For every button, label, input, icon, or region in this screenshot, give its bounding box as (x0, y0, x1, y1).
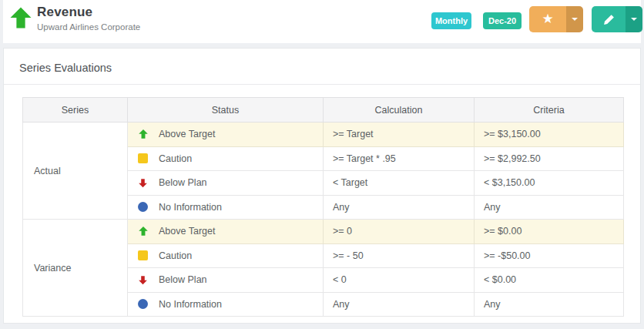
table-row: Actual Above Target >= Target >= $3,150.… (23, 123, 624, 147)
status-label: Caution (159, 153, 192, 164)
calculation-cell: >= - 50 (324, 243, 475, 268)
criteria-cell: >= $2,992.50 (475, 146, 624, 171)
edit-button[interactable] (592, 6, 626, 32)
criteria-cell: Any (475, 195, 624, 220)
frequency-button[interactable]: Monthly (431, 12, 471, 29)
table-header-row: Series Status Calculation Criteria (23, 98, 624, 123)
circle-icon (137, 202, 149, 212)
status-label: No Information (159, 202, 222, 213)
favorite-dropdown-button[interactable] (566, 6, 583, 32)
down-arrow-icon (137, 178, 149, 188)
criteria-cell: Any (475, 292, 624, 317)
favorite-split-button: ★ (529, 6, 583, 32)
status-cell: No Information (128, 292, 324, 317)
calculation-cell: Any (324, 195, 475, 220)
status-cell: Caution (128, 146, 324, 171)
status-cell: Caution (128, 243, 324, 268)
table-wrapper: Series Status Calculation Criteria Actua… (4, 85, 640, 317)
criteria-cell: >= -$50.00 (475, 243, 624, 268)
criteria-cell: >= $0.00 (475, 220, 624, 244)
up-arrow-icon (9, 5, 32, 30)
title-block: Revenue Upward Airlines Corporate (37, 5, 140, 32)
series-cell: Variance (23, 220, 128, 317)
series-evaluations-table: Series Status Calculation Criteria Actua… (22, 97, 624, 317)
calculation-cell: >= Target * .95 (324, 146, 475, 171)
series-cell: Actual (23, 123, 128, 220)
criteria-cell: < $3,150.00 (475, 171, 624, 196)
status-cell: Above Target (128, 123, 324, 147)
calculation-cell: Any (324, 292, 475, 317)
pencil-icon (603, 14, 615, 25)
criteria-cell: >= $3,150.00 (475, 123, 624, 147)
status-cell: No Information (128, 195, 324, 220)
series-evaluations-panel: Series Evaluations Series Status Calcula… (3, 48, 641, 324)
status-cell: Below Plan (128, 268, 324, 293)
status-label: Below Plan (159, 274, 207, 285)
status-label: Above Target (159, 226, 215, 237)
status-label: No Information (159, 299, 222, 310)
page-subtitle: Upward Airlines Corporate (37, 22, 140, 32)
favorite-button[interactable]: ★ (529, 6, 566, 32)
down-arrow-icon (137, 275, 149, 285)
square-icon (137, 153, 149, 163)
status-cell: Below Plan (128, 171, 324, 196)
status-label: Caution (159, 250, 192, 261)
page-header: Revenue Upward Airlines Corporate Monthl… (3, 0, 641, 43)
up-arrow-icon (137, 129, 149, 139)
column-header-series: Series (23, 98, 128, 123)
column-header-calculation: Calculation (324, 98, 475, 123)
page-title: Revenue (37, 5, 140, 20)
chevron-down-icon (631, 18, 637, 21)
calculation-cell: >= Target (324, 123, 475, 147)
edit-dropdown-button[interactable] (626, 6, 642, 32)
screen: Revenue Upward Airlines Corporate Monthl… (0, 0, 644, 329)
panel-title: Series Evaluations (4, 49, 640, 84)
edit-split-button (592, 6, 642, 32)
calculation-cell: < 0 (324, 268, 475, 293)
calculation-cell: >= 0 (324, 220, 475, 244)
calculation-cell: < Target (324, 171, 475, 196)
table-row: Variance Above Target >= 0 >= $0.00 (23, 220, 624, 244)
status-cell: Above Target (128, 220, 324, 244)
criteria-cell: < $0.00 (475, 268, 624, 293)
up-arrow-icon (137, 226, 149, 237)
status-label: Above Target (159, 129, 215, 139)
column-header-status: Status (128, 98, 324, 123)
chevron-down-icon (572, 18, 578, 21)
star-icon: ★ (542, 12, 553, 25)
period-button[interactable]: Dec-20 (483, 12, 522, 29)
circle-icon (137, 299, 149, 309)
square-icon (137, 250, 149, 260)
column-header-criteria: Criteria (475, 98, 624, 123)
status-label: Below Plan (159, 177, 207, 188)
